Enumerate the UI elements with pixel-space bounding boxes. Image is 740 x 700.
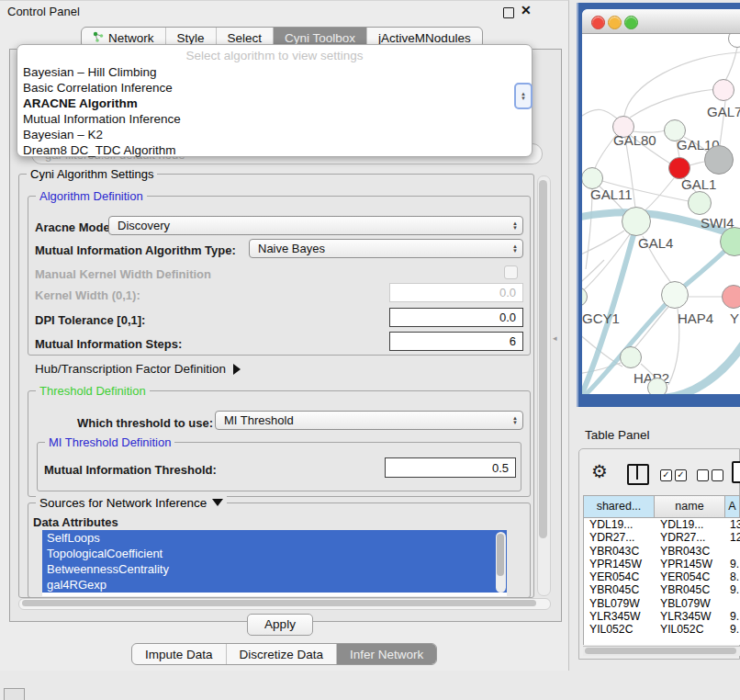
network-node-y[interactable]	[722, 285, 740, 309]
column-header-shared[interactable]: shared...	[584, 496, 655, 517]
hub-definition-expander[interactable]: Hub/Transcription Factor Definition	[35, 362, 241, 376]
sources-group-title[interactable]: Sources for Network Inference	[36, 496, 227, 510]
hub-definition-label: Hub/Transcription Factor Definition	[35, 362, 226, 376]
attribute-list-scrollbar[interactable]	[496, 532, 506, 593]
checked-checkbox-icon[interactable]: ✓	[660, 469, 672, 481]
attribute-list-item[interactable]: TopologicalCoefficient	[42, 546, 507, 561]
mi-threshold-group-title: MI Threshold Definition	[45, 435, 174, 449]
apply-button[interactable]: Apply	[247, 614, 313, 636]
network-window-titlebar[interactable]	[582, 9, 740, 34]
node-label: Y	[730, 310, 739, 326]
sources-group-title-text: Sources for Network Inference	[39, 496, 207, 510]
data-attributes-list[interactable]: SelfLoopsTopologicalCoefficientBetweenne…	[42, 530, 507, 596]
cell: 13	[725, 518, 740, 531]
table-row[interactable]: YDR27...YDR27...12	[584, 531, 740, 544]
cell: YER054C	[655, 570, 725, 583]
algorithm-option[interactable]: ARACNE Algorithm	[17, 96, 532, 111]
algorithm-option[interactable]: Bayesian – K2	[17, 127, 532, 142]
network-node-hap4[interactable]	[661, 281, 689, 309]
table-row[interactable]: YPR145WYPR145W9.	[584, 558, 740, 570]
unchecked-checkbox-icon[interactable]	[712, 469, 723, 481]
column-visibility-icon[interactable]	[627, 464, 649, 485]
minimize-traffic-light[interactable]	[608, 16, 622, 29]
column-header-name[interactable]: name	[655, 496, 725, 517]
algorithm-definition-title: Algorithm Definition	[36, 189, 147, 203]
tab-impute-data[interactable]: Impute Data	[132, 644, 227, 664]
gear-icon[interactable]: ⚙	[591, 460, 608, 482]
table-row[interactable]: YDL19...YDL19...13	[584, 518, 740, 531]
cell: 8.	[725, 570, 740, 583]
mi-threshold-field[interactable]: 0.5	[385, 457, 516, 478]
cell: YIL052C	[655, 623, 725, 633]
node-label: GAL80	[613, 132, 656, 148]
network-node-gal4[interactable]	[622, 207, 651, 236]
algorithm-dropdown-popup: Select algorithm to view settings Bayesi…	[17, 44, 533, 157]
tab-infer-network[interactable]: Infer Network	[337, 644, 436, 664]
tab-discretize-data[interactable]: Discretize Data	[227, 644, 338, 664]
algorithm-option[interactable]: Bayesian – Hill Climbing	[17, 64, 532, 80]
network-node-swi4[interactable]	[688, 191, 712, 215]
attribute-list-item[interactable]: gal4RGexp	[42, 577, 507, 593]
cell: YBR043C	[655, 545, 725, 558]
network-node[interactable]	[647, 378, 667, 394]
algorithm-combobox-stepper[interactable]: ▲▼	[514, 83, 533, 109]
unchecked-checkbox-icon[interactable]	[697, 469, 709, 481]
network-node-hap2[interactable]	[620, 346, 642, 368]
mi-threshold-value: 0.5	[492, 461, 515, 475]
stepper-arrows-icon: ▲▼	[508, 416, 522, 425]
attribute-list-item[interactable]: SelfLoops	[42, 530, 507, 546]
column-header-A[interactable]: A	[725, 496, 740, 517]
table-row[interactable]: YBL079WYBL079W	[584, 597, 740, 610]
float-window-icon[interactable]	[503, 7, 514, 18]
algorithm-option[interactable]: Basic Correlation Inference	[17, 80, 532, 96]
cell: YIL052C	[584, 623, 655, 633]
network-icon	[93, 31, 104, 45]
table-header: shared...nameA	[584, 496, 740, 518]
aracne-mode-value: Discovery	[109, 219, 508, 232]
zoom-traffic-light[interactable]	[624, 16, 638, 29]
close-traffic-light[interactable]	[591, 16, 605, 29]
network-canvas[interactable]: GAL7GAL80GAL10GAL1GAL11SWI4GAL4GCY1HAP4Y…	[582, 34, 740, 394]
table-row[interactable]: YIL052CYIL052C9.	[584, 623, 740, 633]
horizontal-scrollbar[interactable]	[18, 598, 551, 610]
close-icon[interactable]: ✕	[521, 3, 532, 17]
table-row[interactable]: YBR043CYBR043C	[584, 545, 740, 558]
algorithm-option[interactable]: Mutual Information Inference	[17, 111, 532, 127]
dpi-tolerance-field[interactable]: 0.0	[389, 308, 523, 327]
settings-vertical-scrollbar[interactable]	[537, 175, 551, 596]
manual-kernel-width-label: Manual Kernel Width Definition	[35, 267, 211, 281]
table-horizontal-scrollbar[interactable]	[583, 646, 740, 656]
node-label: HAP4	[678, 310, 713, 326]
table-row[interactable]: YBR045CYBR045C9.	[584, 583, 740, 596]
manual-kernel-width-checkbox[interactable]	[504, 265, 518, 279]
bottom-left-button[interactable]	[4, 688, 25, 700]
node-label: GCY1	[582, 310, 620, 326]
dpi-tolerance-value: 0.0	[499, 310, 522, 324]
mi-algorithm-type-select[interactable]: Naive Bayes ▲▼	[249, 239, 523, 258]
table-panel: ⚙ ✓ ✓ shared...nameA YDL19...YDL19...13Y…	[578, 448, 740, 660]
threshold-definition-title: Threshold Definition	[36, 384, 150, 398]
cell: YER054C	[584, 570, 655, 583]
network-node-gal7[interactable]	[712, 79, 734, 101]
expand-right-icon	[233, 364, 241, 375]
mi-steps-field[interactable]: 6	[389, 332, 523, 351]
kernel-width-field[interactable]: 0.0	[389, 283, 523, 302]
collapse-down-icon	[212, 499, 223, 506]
network-node[interactable]	[704, 145, 734, 175]
which-threshold-select[interactable]: MI Threshold ▲▼	[215, 411, 523, 430]
cell: 9.	[725, 610, 740, 623]
cell: YBL079W	[655, 597, 725, 610]
node-label: GAL4	[638, 235, 673, 251]
tab-label: Network	[108, 31, 154, 45]
attribute-list-item[interactable]: BetweennessCentrality	[42, 561, 507, 577]
algorithm-option[interactable]: Dream8 DC_TDC Algorithm	[17, 142, 532, 158]
cell: YDL19...	[584, 518, 655, 531]
checked-checkbox-icon[interactable]: ✓	[675, 469, 687, 481]
table-row[interactable]: YER054CYER054C8.	[584, 570, 740, 583]
cell: YLR345W	[584, 610, 655, 623]
mi-threshold-label: Mutual Information Threshold:	[44, 463, 217, 477]
document-icon[interactable]	[732, 461, 740, 483]
table-row[interactable]: YLR345WYLR345W9.	[584, 610, 740, 623]
aracne-mode-select[interactable]: Discovery ▲▼	[108, 216, 523, 235]
splitter-handle[interactable]: ◂	[553, 333, 559, 346]
